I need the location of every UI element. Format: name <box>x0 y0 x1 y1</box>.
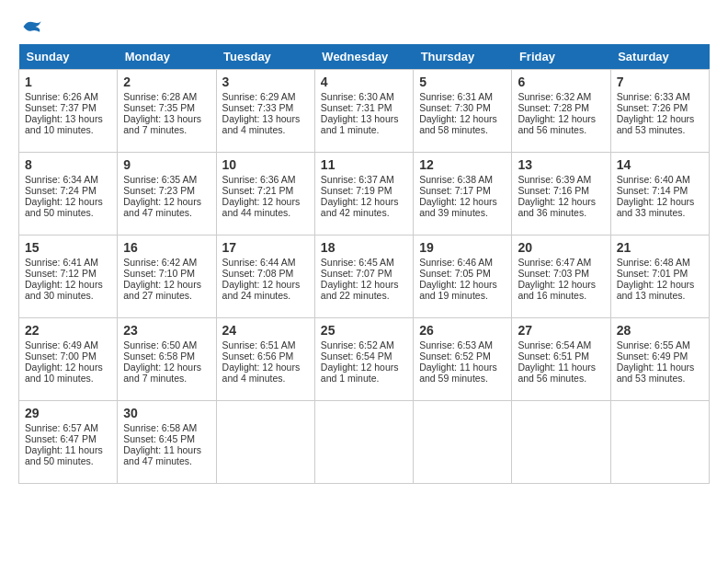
day-number: 20 <box>518 240 604 255</box>
day-info: Sunset: 6:51 PM <box>518 350 604 362</box>
day-info: Sunrise: 6:30 AM <box>321 91 407 102</box>
day-info: Sunrise: 6:51 AM <box>222 339 309 350</box>
day-number: 10 <box>222 157 309 172</box>
calendar-cell: 5Sunrise: 6:31 AMSunset: 7:30 PMDaylight… <box>414 70 512 153</box>
day-info: Sunset: 7:35 PM <box>123 102 210 113</box>
day-info: Sunrise: 6:52 AM <box>321 339 407 350</box>
calendar-cell: 3Sunrise: 6:29 AMSunset: 7:33 PMDaylight… <box>216 70 314 153</box>
day-info: Daylight: 12 hours and 53 minutes. <box>617 113 703 135</box>
calendar-cell <box>216 401 314 484</box>
calendar-cell: 25Sunrise: 6:52 AMSunset: 6:54 PMDayligh… <box>314 318 413 401</box>
calendar-cell: 24Sunrise: 6:51 AMSunset: 6:56 PMDayligh… <box>216 318 314 401</box>
day-info: Daylight: 12 hours and 13 minutes. <box>617 279 703 301</box>
day-info: Sunset: 7:00 PM <box>25 350 111 362</box>
day-number: 30 <box>123 406 210 420</box>
day-number: 6 <box>518 75 604 89</box>
day-info: Daylight: 11 hours and 56 minutes. <box>518 362 604 384</box>
day-info: Sunset: 6:47 PM <box>25 433 111 444</box>
day-info: Sunset: 7:05 PM <box>419 268 506 279</box>
day-info: Sunset: 6:58 PM <box>123 350 210 362</box>
day-info: Daylight: 12 hours and 36 minutes. <box>518 196 604 218</box>
day-number: 11 <box>321 157 407 172</box>
day-info: Sunrise: 6:39 AM <box>518 174 604 185</box>
day-number: 27 <box>518 323 604 338</box>
calendar-cell: 27Sunrise: 6:54 AMSunset: 6:51 PMDayligh… <box>512 318 610 401</box>
calendar-cell: 9Sunrise: 6:35 AMSunset: 7:23 PMDaylight… <box>118 153 216 236</box>
day-number: 17 <box>222 240 309 255</box>
day-info: Sunset: 7:21 PM <box>222 185 309 196</box>
col-header-tuesday: Tuesday <box>216 44 314 70</box>
calendar-cell: 15Sunrise: 6:41 AMSunset: 7:12 PMDayligh… <box>19 236 118 318</box>
col-header-wednesday: Wednesday <box>314 44 413 70</box>
day-info: Sunset: 6:56 PM <box>222 350 309 362</box>
day-number: 23 <box>123 323 210 338</box>
calendar-cell: 29Sunrise: 6:57 AMSunset: 6:47 PMDayligh… <box>19 401 118 484</box>
day-info: Sunrise: 6:35 AM <box>123 174 210 185</box>
day-number: 18 <box>321 240 407 255</box>
day-number: 13 <box>518 157 604 172</box>
day-info: Sunset: 7:08 PM <box>222 268 309 279</box>
day-info: Daylight: 12 hours and 19 minutes. <box>419 279 506 301</box>
day-info: Daylight: 13 hours and 4 minutes. <box>222 113 309 135</box>
day-info: Sunset: 7:30 PM <box>419 102 506 113</box>
calendar-cell: 21Sunrise: 6:48 AMSunset: 7:01 PMDayligh… <box>610 236 709 318</box>
day-info: Daylight: 11 hours and 59 minutes. <box>419 362 506 384</box>
day-info: Sunset: 6:45 PM <box>123 433 210 444</box>
day-info: Sunrise: 6:37 AM <box>321 174 407 185</box>
day-info: Sunset: 7:26 PM <box>617 102 703 113</box>
week-row-2: 8Sunrise: 6:34 AMSunset: 7:24 PMDaylight… <box>19 153 710 236</box>
day-info: Daylight: 12 hours and 44 minutes. <box>222 196 309 218</box>
day-info: Daylight: 12 hours and 16 minutes. <box>518 279 604 301</box>
day-info: Sunset: 7:28 PM <box>518 102 604 113</box>
day-info: Sunrise: 6:49 AM <box>25 339 111 350</box>
col-header-friday: Friday <box>512 44 610 70</box>
day-info: Sunrise: 6:33 AM <box>617 91 703 102</box>
col-header-monday: Monday <box>118 44 216 70</box>
day-info: Sunset: 7:10 PM <box>123 268 210 279</box>
week-row-3: 15Sunrise: 6:41 AMSunset: 7:12 PMDayligh… <box>19 236 710 318</box>
day-info: Daylight: 12 hours and 4 minutes. <box>222 362 309 384</box>
day-info: Sunset: 7:31 PM <box>321 102 407 113</box>
day-number: 14 <box>617 157 703 172</box>
day-info: Sunrise: 6:45 AM <box>321 257 407 268</box>
day-number: 4 <box>321 75 407 89</box>
week-row-1: 1Sunrise: 6:26 AMSunset: 7:37 PMDaylight… <box>19 70 710 153</box>
day-number: 21 <box>617 240 703 255</box>
day-info: Sunrise: 6:48 AM <box>617 257 703 268</box>
calendar-cell: 26Sunrise: 6:53 AMSunset: 6:52 PMDayligh… <box>414 318 512 401</box>
day-info: Daylight: 12 hours and 24 minutes. <box>222 279 309 301</box>
day-number: 3 <box>222 75 309 89</box>
day-number: 16 <box>123 240 210 255</box>
week-row-5: 29Sunrise: 6:57 AMSunset: 6:47 PMDayligh… <box>19 401 710 484</box>
day-number: 25 <box>321 323 407 338</box>
calendar-cell: 2Sunrise: 6:28 AMSunset: 7:35 PMDaylight… <box>118 70 216 153</box>
calendar-cell: 6Sunrise: 6:32 AMSunset: 7:28 PMDaylight… <box>512 70 610 153</box>
calendar-cell: 1Sunrise: 6:26 AMSunset: 7:37 PMDaylight… <box>19 70 118 153</box>
day-info: Sunset: 6:49 PM <box>617 350 703 362</box>
day-info: Daylight: 12 hours and 50 minutes. <box>25 196 111 218</box>
col-header-saturday: Saturday <box>610 44 709 70</box>
day-info: Sunrise: 6:46 AM <box>419 257 506 268</box>
day-info: Daylight: 12 hours and 42 minutes. <box>321 196 407 218</box>
calendar-cell: 12Sunrise: 6:38 AMSunset: 7:17 PMDayligh… <box>414 153 512 236</box>
day-number: 24 <box>222 323 309 338</box>
day-info: Sunset: 7:03 PM <box>518 268 604 279</box>
day-number: 19 <box>419 240 506 255</box>
week-row-4: 22Sunrise: 6:49 AMSunset: 7:00 PMDayligh… <box>19 318 710 401</box>
calendar-cell: 8Sunrise: 6:34 AMSunset: 7:24 PMDaylight… <box>19 153 118 236</box>
day-info: Sunrise: 6:50 AM <box>123 339 210 350</box>
day-info: Daylight: 11 hours and 50 minutes. <box>25 444 111 466</box>
calendar-cell: 7Sunrise: 6:33 AMSunset: 7:26 PMDaylight… <box>610 70 709 153</box>
day-info: Sunset: 7:33 PM <box>222 102 309 113</box>
calendar-cell: 10Sunrise: 6:36 AMSunset: 7:21 PMDayligh… <box>216 153 314 236</box>
day-info: Sunset: 7:07 PM <box>321 268 407 279</box>
calendar-cell: 22Sunrise: 6:49 AMSunset: 7:00 PMDayligh… <box>19 318 118 401</box>
day-number: 8 <box>25 157 111 172</box>
day-info: Daylight: 12 hours and 27 minutes. <box>123 279 210 301</box>
logo <box>18 18 44 35</box>
page-header <box>18 18 710 35</box>
day-info: Daylight: 12 hours and 7 minutes. <box>123 362 210 384</box>
day-number: 26 <box>419 323 506 338</box>
calendar-cell: 4Sunrise: 6:30 AMSunset: 7:31 PMDaylight… <box>314 70 413 153</box>
calendar-cell <box>314 401 413 484</box>
